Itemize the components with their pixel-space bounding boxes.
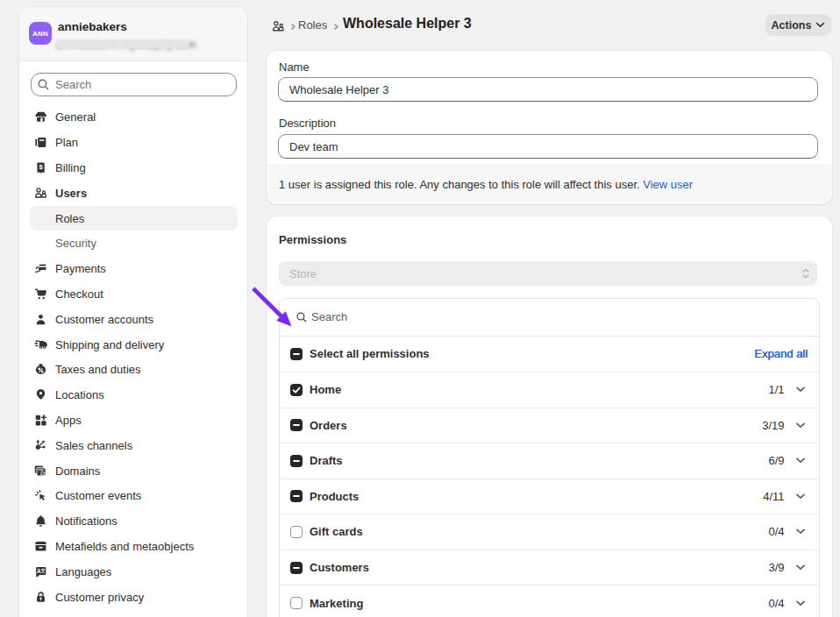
svg-text:A: A bbox=[37, 568, 41, 574]
